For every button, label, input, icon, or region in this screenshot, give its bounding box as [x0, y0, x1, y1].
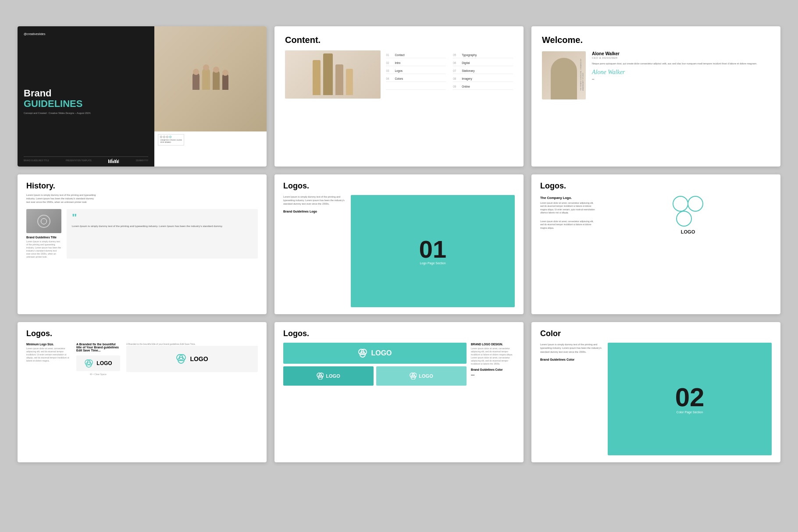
slide-logos-3: Logos. Minimum Logo Size. Lorem ipsum do…: [18, 322, 267, 462]
quote-text: Lorem Ipsum is simply dummy text of the …: [72, 224, 253, 229]
list-item: 02Intro: [386, 60, 446, 66]
logo-variant-1-icon: [358, 348, 367, 358]
logos-1-label: Brand Guidelines Logo: [283, 210, 345, 213]
logo-variant-3: LOGO: [376, 366, 467, 386]
bottom-right-text: DD/MM/YYYY: [136, 160, 149, 162]
bottom-left-text: BRAND GUIDELINES TITLE: [24, 160, 49, 162]
person-silhouette: [551, 58, 577, 99]
slide-history: History. Lorem Ipsum is simply dummy tex…: [18, 174, 267, 315]
brand-title-area: Brand GUIDELINES Concept and Created : C…: [24, 79, 148, 114]
list-item: 06Digital: [453, 60, 513, 66]
logo-display-large: LOGO: [126, 346, 258, 372]
list-item: 03Logos: [386, 68, 446, 74]
history-body: Brand Guidelines Title Lorem Ipsum is si…: [26, 209, 258, 259]
logo-icon-large: [176, 354, 186, 364]
brand-word: Brand: [24, 88, 148, 99]
logos-3-col2: A Branded fix the bountiful title of You…: [76, 343, 120, 376]
company-desc-2: Lorem ipsum dolor sit amet, consectetur …: [540, 220, 597, 230]
slide-logos-2: Logos. The Company Logo. Lorem ipsum dol…: [531, 174, 780, 315]
slide-logos-1: Logos. Lorem Ipsum is simply dummy text …: [274, 174, 524, 315]
logos-2-right: LOGO: [604, 196, 772, 235]
history-text: Lorem Ipsum is simply dummy text of the …: [26, 193, 96, 204]
welcome-info: Alone Walker CEO & DESIGNER Neque porro …: [592, 51, 770, 81]
list-item: 04Colors: [386, 76, 446, 82]
logo-variant-2-icon: [317, 372, 324, 379]
min-logo-title: Minimum Logo Size.: [26, 343, 70, 346]
caption-title: Brand Guidelines Title: [26, 236, 61, 239]
slide-welcome: Welcome. THE BRAND GUIDELINE, CREATED BY…: [531, 26, 780, 167]
logos-1-body: Lorem Ipsum is simply dummy text of the …: [283, 195, 515, 308]
company-label: The Company Logo.: [540, 196, 597, 200]
logos-4-title: Logos.: [283, 329, 515, 338]
logo-variant-1-text: LOGO: [371, 349, 392, 357]
quote-box: " Lorem Ipsum is simply dummy text of th…: [67, 209, 258, 259]
logos-4-left: LOGO LOGO: [283, 343, 467, 386]
person-desc: Neque porro quisquam tiost, qui create d…: [592, 62, 770, 65]
slide1-figures: [192, 68, 228, 90]
list-item: 01Contact: [386, 52, 446, 58]
circle-ring-3: [676, 211, 692, 227]
list-item: 05Typography: [453, 52, 513, 58]
logo-text-large: LOGO: [190, 355, 208, 362]
logo-variants-grid: LOGO LOGO: [283, 366, 467, 386]
brand-logo-desc: Lorem ipsum dolor sit amet, consectetur …: [471, 347, 515, 365]
info-box-1-text: CREATIVE STUDIO GUIDEHIVE BRAND: [160, 139, 182, 144]
guidelines-word: GUIDELINES: [24, 99, 148, 109]
color-left: Lorem Ipsum is simply dummy text of the …: [540, 343, 602, 455]
list-item: 08Imagery: [453, 76, 513, 82]
logos-1-left: Lorem Ipsum is simply dummy text of the …: [283, 195, 345, 308]
logo-variant-3-icon: [410, 372, 417, 379]
logos-2-title: Logos.: [540, 181, 772, 191]
vertical-text: THE BRAND GUIDELINE, CREATED BY AMARASAR…: [580, 51, 584, 91]
slide1-bottom-info: CREATIVE STUDIO GUIDEHIVE BRAND: [154, 131, 267, 148]
slide-content: Content. 01Contact 05Typography 02Intro …: [274, 26, 524, 167]
logos-2-body: The Company Logo. Lorem ipsum dolor sit …: [540, 196, 772, 235]
color-title: Color: [540, 329, 772, 338]
slide-brand-guidelines: @creativeslides Brand GUIDELINES Concept…: [18, 26, 267, 167]
logos-1-section-label: Logo Page Section: [420, 262, 445, 265]
logo-text: LOGO: [681, 229, 695, 234]
logo-variant-2: LOGO: [283, 366, 374, 386]
slide-color: Color Lorem Ipsum is simply dummy text o…: [531, 322, 780, 462]
history-right: " Lorem Ipsum is simply dummy text of th…: [67, 209, 258, 259]
logo-circle-group: [673, 196, 703, 227]
logos-4-right: BRAND LOGO DESIGN. Lorem ipsum dolor sit…: [471, 343, 515, 386]
slide-logos-4: Logos. LOGO: [274, 322, 524, 462]
content-body: 01Contact 05Typography 02Intro 06Digital…: [285, 50, 513, 99]
branded-title: A Branded fix the bountiful title of You…: [76, 343, 120, 352]
logos-3-body: Minimum Logo Size. Lorem ipsum dolor sit…: [26, 343, 258, 376]
slides-grid: @creativeslides Brand GUIDELINES Concept…: [18, 26, 780, 462]
handle-text: @creativeslides: [24, 32, 148, 35]
color-desc: Lorem Ipsum is simply dummy text of the …: [540, 343, 602, 354]
brand-logo-title: BRAND LOGO DESIGN.: [471, 343, 515, 346]
history-left: Brand Guidelines Title Lorem Ipsum is si…: [26, 209, 61, 259]
color-section-label: Color Page Section: [677, 411, 703, 414]
slide1-right-panel: CREATIVE STUDIO GUIDEHIVE BRAND: [154, 26, 267, 167]
logos-3-col1: Minimum Logo Size. Lorem ipsum dolor sit…: [26, 343, 70, 376]
logo-variant-1: LOGO: [283, 343, 467, 364]
logos-3-col3: A Branded to the bountiful title of your…: [126, 343, 258, 376]
welcome-body: THE BRAND GUIDELINE, CREATED BY AMARASAR…: [542, 51, 770, 99]
company-desc-1: Lorem ipsum dolor sit amet, consectetur …: [540, 202, 597, 215]
guidelines-text: A Branded to the bountiful title of your…: [126, 343, 258, 346]
logos-2-left: The Company Logo. Lorem ipsum dolor sit …: [540, 196, 597, 235]
rule-line: M = Clear Space: [76, 373, 120, 376]
list-item: 09Online: [453, 84, 513, 90]
dots: ••: [592, 77, 770, 81]
quote-mark-icon: ": [72, 213, 253, 222]
logos-3-title: Logos.: [26, 329, 258, 338]
color-label: Brand Guidelines Color: [540, 358, 602, 361]
logos-1-title: Logos.: [283, 181, 515, 191]
min-logo-text: Lorem ipsum dolor sit amet, consectetur …: [26, 347, 70, 362]
slide-left-panel: @creativeslides Brand GUIDELINES Concept…: [18, 26, 154, 167]
logo-variant-3-text: LOGO: [419, 373, 433, 379]
barcode: [108, 159, 119, 163]
slide1-photo: [154, 26, 267, 131]
logo-text-small: LOGO: [96, 360, 112, 366]
logo-variant-2-text: LOGO: [326, 373, 340, 379]
content-image: [285, 50, 381, 99]
history-title: History.: [26, 181, 258, 191]
welcome-photo: THE BRAND GUIDELINE, CREATED BY AMARASAR…: [542, 51, 586, 99]
logos-4-body: LOGO LOGO: [283, 343, 515, 386]
caption-text: Lorem Ipsum is simply dummy text of the …: [26, 240, 61, 259]
